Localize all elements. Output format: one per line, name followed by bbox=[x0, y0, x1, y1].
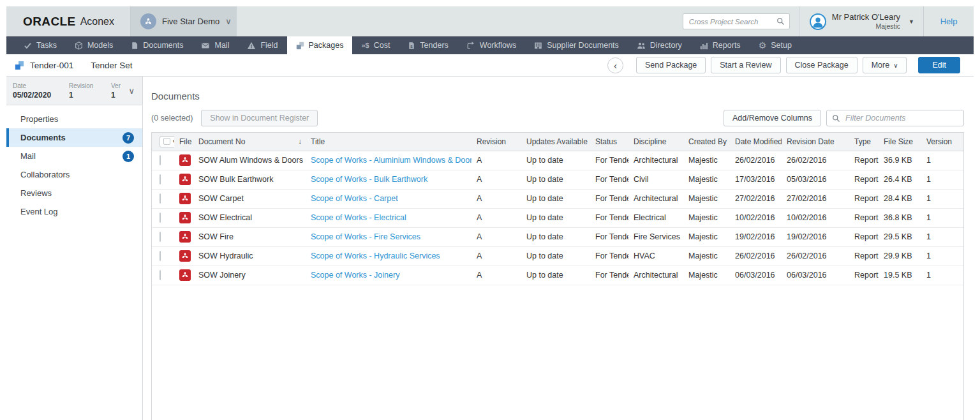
filter-documents-box[interactable] bbox=[826, 110, 964, 126]
document-title-link[interactable]: Scope of Works - Joinery bbox=[311, 271, 399, 280]
column-header-revision[interactable]: Revision bbox=[471, 133, 521, 151]
nav-tab-mail[interactable]: Mail bbox=[192, 36, 238, 54]
pdf-file-icon[interactable] bbox=[179, 193, 191, 204]
nav-tab-models[interactable]: Models bbox=[66, 36, 122, 54]
cell-created-by: Majestic bbox=[683, 208, 730, 227]
sidebar-item-mail[interactable]: Mail1 bbox=[6, 147, 142, 165]
count-badge: 1 bbox=[122, 151, 134, 162]
row-checkbox[interactable] bbox=[160, 232, 161, 242]
column-header-document-no[interactable]: Document No↓ bbox=[193, 133, 306, 151]
filter-documents-input[interactable] bbox=[844, 113, 958, 123]
pdf-file-icon[interactable] bbox=[179, 174, 191, 185]
pdf-file-icon[interactable] bbox=[179, 231, 191, 243]
cell-version: 1 bbox=[921, 170, 963, 189]
sidebar-item-reviews[interactable]: Reviews bbox=[6, 184, 142, 202]
nav-tab-documents[interactable]: Documents bbox=[122, 36, 192, 54]
row-checkbox[interactable] bbox=[160, 193, 161, 204]
column-header-file[interactable]: File bbox=[174, 133, 193, 151]
table-header-row: ▼ FileDocument No↓TitleRevisionUpdates A… bbox=[152, 133, 963, 151]
row-checkbox[interactable] bbox=[160, 251, 161, 261]
show-in-document-register-button[interactable]: Show in Document Register bbox=[201, 110, 318, 126]
section-title: Documents bbox=[151, 91, 964, 101]
close-package-button[interactable]: Close Package bbox=[786, 57, 858, 73]
meta-revision: Revision 1 bbox=[69, 82, 111, 100]
sidebar-item-documents[interactable]: Documents7 bbox=[6, 128, 142, 147]
nav-tab-packages[interactable]: Packages bbox=[287, 36, 353, 54]
documents-toolbar: (0 selected) Show in Document Register A… bbox=[151, 110, 964, 126]
cell-file-size: 29.5 KB bbox=[879, 227, 921, 246]
project-switcher[interactable]: Five Star Demo ∨ bbox=[131, 6, 237, 36]
user-avatar-icon bbox=[810, 13, 826, 30]
sidebar-item-label: Collaborators bbox=[20, 170, 70, 179]
cost-icon: »$ bbox=[361, 42, 369, 49]
user-menu[interactable]: Mr Patrick O'Leary Majestic ▼ bbox=[799, 13, 923, 30]
cell-version: 1 bbox=[921, 189, 963, 208]
edit-button[interactable]: Edit bbox=[918, 57, 960, 73]
document-title-link[interactable]: Scope of Works - Aluminium Windows & Doo… bbox=[311, 156, 471, 165]
add-remove-columns-button[interactable]: Add/Remove Columns bbox=[724, 110, 821, 126]
chevron-down-icon[interactable]: ∨ bbox=[128, 87, 135, 95]
start-a-review-button[interactable]: Start a Review bbox=[711, 57, 780, 73]
column-header-created-by[interactable]: Created By bbox=[683, 133, 730, 151]
row-checkbox[interactable] bbox=[160, 155, 161, 165]
cross-project-search-input[interactable] bbox=[688, 17, 776, 26]
cell-revision: A bbox=[471, 208, 521, 227]
pdf-file-icon[interactable] bbox=[179, 154, 191, 166]
document-row: SOW Bulk EarthworkScope of Works - Bulk … bbox=[152, 170, 963, 189]
row-checkbox[interactable] bbox=[160, 213, 161, 223]
send-package-button[interactable]: Send Package bbox=[636, 57, 706, 73]
nav-tab-directory[interactable]: Directory bbox=[628, 36, 691, 54]
meta-label: Revision bbox=[69, 82, 111, 89]
nav-tab-setup[interactable]: ⚙Setup bbox=[750, 36, 801, 54]
sidebar-item-properties[interactable]: Properties bbox=[6, 110, 142, 128]
meta-version: Ver 1 bbox=[111, 82, 121, 100]
nav-tab-field[interactable]: Field bbox=[238, 36, 286, 54]
column-header-date-modified[interactable]: Date Modified bbox=[730, 133, 782, 151]
back-button[interactable]: ‹ bbox=[607, 57, 623, 73]
cell-revision-date: 26/02/2016 bbox=[782, 246, 849, 266]
nav-tab-cost[interactable]: »$Cost bbox=[352, 36, 399, 54]
column-header-version[interactable]: Version bbox=[921, 133, 963, 151]
column-header-file-size[interactable]: File Size bbox=[879, 133, 921, 151]
column-header-type[interactable]: Type bbox=[849, 133, 879, 151]
nav-tab-reports[interactable]: Reports bbox=[691, 36, 750, 54]
nav-tab-workflows[interactable]: Workflows bbox=[457, 36, 525, 54]
sidebar-item-event-log[interactable]: Event Log bbox=[6, 202, 142, 221]
document-title-link[interactable]: Scope of Works - Carpet bbox=[311, 194, 398, 203]
column-header-discipline[interactable]: Discipline bbox=[628, 133, 683, 151]
help-link[interactable]: Help bbox=[924, 17, 974, 26]
column-header-updates-available[interactable]: Updates Available bbox=[521, 133, 590, 151]
pdf-file-icon[interactable] bbox=[179, 269, 191, 281]
document-title-link[interactable]: Scope of Works - Hydraulic Services bbox=[311, 251, 440, 260]
nav-tab-tenders[interactable]: $Tenders bbox=[399, 36, 457, 54]
cell-revision-date: 06/03/2016 bbox=[782, 266, 849, 285]
pdf-file-icon[interactable] bbox=[179, 250, 191, 262]
nav-tab-tasks[interactable]: Tasks bbox=[15, 36, 66, 54]
cube-icon bbox=[75, 41, 83, 50]
document-title-link[interactable]: Scope of Works - Fire Services bbox=[311, 232, 420, 241]
document-title-link[interactable]: Scope of Works - Bulk Earthwork bbox=[311, 175, 427, 184]
nav-tab-supplier-documents[interactable]: Supplier Documents bbox=[525, 36, 628, 54]
more-button[interactable]: More ∨ bbox=[863, 57, 907, 73]
cell-discipline: HVAC bbox=[628, 246, 683, 266]
cell-document-no: SOW Fire bbox=[193, 227, 306, 246]
select-all-dropdown[interactable]: ▼ bbox=[160, 136, 174, 147]
cell-date-modified: 27/02/2016 bbox=[730, 189, 782, 208]
row-checkbox[interactable] bbox=[160, 270, 161, 280]
cell-status: For Tender bbox=[590, 266, 628, 285]
pdf-file-icon[interactable] bbox=[179, 212, 191, 223]
row-checkbox[interactable] bbox=[160, 174, 161, 184]
select-all-checkbox[interactable] bbox=[163, 138, 170, 145]
cross-project-search[interactable] bbox=[683, 13, 790, 29]
documents-table: ▼ FileDocument No↓TitleRevisionUpdates A… bbox=[151, 132, 964, 420]
cell-status: For Tender bbox=[590, 151, 628, 170]
project-icon bbox=[140, 13, 156, 29]
document-title-link[interactable]: Scope of Works - Electrical bbox=[311, 213, 406, 222]
column-header-status[interactable]: Status bbox=[590, 133, 628, 151]
top-bar: ORACLE Aconex Five Star Demo ∨ bbox=[6, 6, 974, 36]
sidebar-item-collaborators[interactable]: Collaborators bbox=[6, 165, 142, 184]
column-header-title[interactable]: Title bbox=[306, 133, 471, 151]
select-all-header: ▼ bbox=[152, 133, 174, 151]
column-header-revision-date[interactable]: Revision Date bbox=[782, 133, 849, 151]
aconex-app: ORACLE Aconex Five Star Demo ∨ bbox=[0, 0, 980, 420]
